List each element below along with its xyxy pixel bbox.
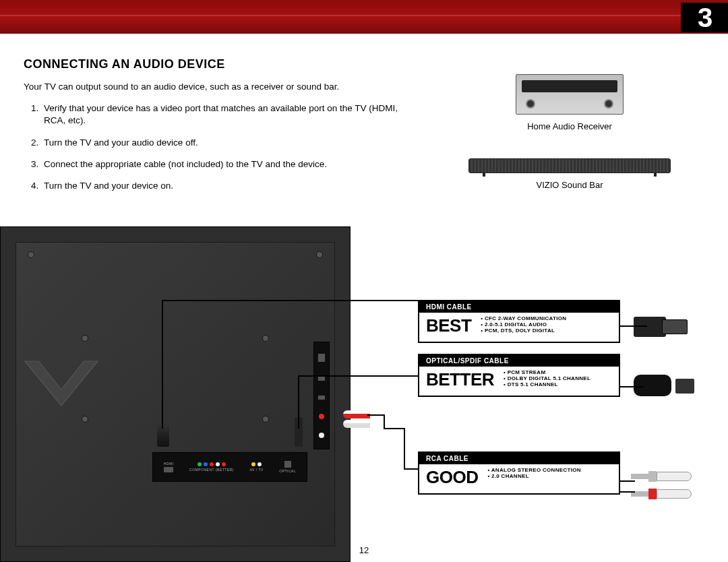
cable-rank: GOOD [426, 467, 478, 488]
cable-bullet: 2.0-5.1 DIGITAL AUDIO [481, 321, 566, 327]
cable-bullets: ANALOG STEREO CONNECTION 2.0 CHANNEL [487, 467, 580, 479]
cable-box-good: RCA CABLE GOOD ANALOG STEREO CONNECTION … [418, 451, 620, 495]
cable-bullet: CFC 2-WAY COMMUNICATION [481, 315, 566, 321]
cable-bullet: DOLBY DIGITAL 5.1 CHANNEL [504, 375, 590, 381]
side-port-panel [313, 342, 330, 449]
cable-bullet: DTS 5.1 CHANNEL [504, 381, 590, 387]
hdmi-connector-icon [634, 315, 688, 340]
cable-bullet: ANALOG STEREO CONNECTION [487, 467, 580, 473]
section-heading: CONNECTING AN AUDIO DEVICE [24, 57, 704, 71]
receiver-label: Home Audio Receiver [527, 121, 612, 131]
optical-stub-icon [295, 417, 303, 447]
port-label-optical: OPTICAL [279, 469, 296, 473]
soundbar-label: VIZIO Sound Bar [537, 180, 603, 190]
cable-box-best: HDMI CABLE BEST CFC 2-WAY COMMUNICATION … [418, 300, 620, 343]
device-illustrations: Home Audio Receiver VIZIO Sound Bar [445, 74, 694, 217]
cable-box-better: OPTICAL/SPDIF CABLE BETTER PCM STREAM DO… [418, 354, 620, 397]
cable-bullet: 2.0 CHANNEL [487, 473, 580, 479]
vizio-logo-icon [21, 355, 102, 416]
soundbar-icon [468, 158, 671, 173]
step-item: Connect the appropriate cable (not inclu… [41, 158, 401, 170]
bottom-port-panel: HDMI COMPONENT (BETTER) AV / TV OPTICAL [152, 452, 307, 482]
cable-rank: BETTER [426, 369, 494, 390]
port-label-component: COMPONENT (BETTER) [189, 468, 234, 472]
rca-side-connectors [343, 410, 370, 428]
intro-paragraph: Your TV can output sound to an audio dev… [24, 81, 381, 93]
cable-bullets: PCM STREAM DOLBY DIGITAL 5.1 CHANNEL DTS… [504, 369, 590, 387]
page-number: 12 [0, 545, 728, 555]
cable-header: HDMI CABLE [419, 301, 619, 313]
hdmi-stub-icon [157, 423, 169, 447]
instruction-list: Verify that your device has a video port… [24, 102, 401, 192]
cable-bullet: PCM, DTS, DOLY DIGITAL [481, 327, 566, 334]
optical-connector-icon [634, 373, 694, 400]
rca-connector-icon [631, 470, 692, 505]
tv-back-illustration: HDMI COMPONENT (BETTER) AV / TV OPTICAL [0, 226, 351, 562]
chapter-number: 3 [698, 3, 712, 33]
cable-bullet: PCM STREAM [504, 369, 590, 375]
step-item: Turn the TV and your device on. [41, 180, 401, 192]
step-item: Verify that your device has a video port… [41, 102, 401, 127]
header-red-band [0, 0, 728, 34]
port-label-hdmi: HDMI [164, 462, 174, 466]
cable-header: RCA CABLE [419, 453, 619, 464]
receiver-icon [516, 74, 624, 115]
cable-bullets: CFC 2-WAY COMMUNICATION 2.0-5.1 DIGITAL … [481, 315, 566, 334]
step-item: Turn the TV and your audio device off. [41, 137, 401, 149]
chapter-number-badge: 3 [681, 3, 728, 32]
cable-rank: BEST [426, 315, 471, 336]
port-label-av: AV / TV [250, 468, 264, 472]
cable-header: OPTICAL/SPDIF CABLE [419, 355, 619, 367]
